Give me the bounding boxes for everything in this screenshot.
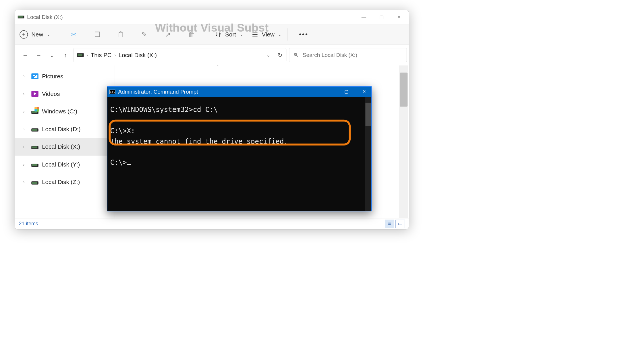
- chevron-down-icon: ⌄: [278, 32, 281, 37]
- chevron-down-icon: ⌄: [239, 32, 243, 37]
- sidebar: ›Pictures›Videos›Windows (C:)›Local Disk…: [15, 65, 115, 218]
- cmd-title: Administrator: Command Prompt: [118, 89, 198, 95]
- recent-button[interactable]: ⌄: [47, 52, 57, 59]
- drive-icon: [31, 128, 38, 131]
- delete-icon[interactable]: 🗑︎: [185, 31, 197, 38]
- sidebar-item-videos[interactable]: ›Videos: [15, 85, 115, 102]
- sidebar-item-label: Local Disk (Z:): [42, 179, 80, 185]
- cursor: [127, 164, 131, 165]
- explorer-toolbar: + New ⌄ ✂ ❐ 📋︎ ✎ ↗ 🗑︎ Sort ⌄ View ⌄ •••: [15, 24, 409, 45]
- sidebar-item-label: Local Disk (D:): [42, 126, 80, 132]
- sidebar-item-local-disk-y-[interactable]: ›Local Disk (Y:): [15, 156, 115, 173]
- chevron-right-icon: ›: [23, 162, 28, 167]
- nav-row: ← → ⌄ ↑ › This PC › Local Disk (X:) ⌄ ↻ …: [15, 45, 409, 65]
- divider: [56, 28, 56, 40]
- chevron-right-icon: ›: [23, 180, 28, 185]
- refresh-button[interactable]: ↻: [278, 52, 283, 59]
- new-button[interactable]: + New ⌄: [20, 30, 50, 39]
- sidebar-item-local-disk-z-[interactable]: ›Local Disk (Z:): [15, 173, 115, 191]
- videos-icon: [31, 91, 38, 97]
- drive-icon: [18, 15, 24, 19]
- details-view-button[interactable]: ≡: [385, 220, 394, 228]
- cmd-line: The system cannot find the drive specifi…: [110, 138, 288, 145]
- plus-icon: +: [20, 30, 28, 39]
- item-count: 21 items: [19, 221, 38, 227]
- sidebar-item-label: Videos: [42, 91, 60, 97]
- copy-icon[interactable]: ❐: [91, 30, 103, 38]
- sidebar-item-pictures[interactable]: ›Pictures: [15, 67, 115, 85]
- cmd-maximize-button[interactable]: ▢: [344, 89, 348, 94]
- sidebar-item-label: Local Disk (Y:): [42, 161, 80, 168]
- breadcrumb-location[interactable]: Local Disk (X:): [119, 52, 157, 58]
- chevron-right-icon: ›: [23, 144, 28, 150]
- sidebar-item-label: Windows (C:): [42, 108, 77, 115]
- maximize-button[interactable]: ▢: [378, 14, 385, 20]
- cmd-close-button[interactable]: ✕: [362, 89, 366, 94]
- cmd-icon: C:\: [109, 90, 115, 94]
- drive-icon: [31, 146, 38, 149]
- cmd-prompt: C:\>: [110, 159, 127, 166]
- cmd-scrollbar-thumb[interactable]: [365, 103, 371, 126]
- sort-label: Sort: [225, 31, 236, 38]
- chevron-right-icon: ›: [23, 74, 28, 79]
- cmd-titlebar[interactable]: C:\ Administrator: Command Prompt — ▢ ✕: [107, 87, 371, 97]
- cmd-minimize-button[interactable]: —: [327, 89, 331, 94]
- close-button[interactable]: ✕: [396, 14, 402, 20]
- sidebar-item-label: Local Disk (X:): [42, 144, 80, 150]
- up-button[interactable]: ↑: [60, 52, 71, 58]
- sort-icon: [215, 31, 222, 38]
- chevron-down-icon: ⌄: [47, 32, 50, 37]
- search-icon: 🔍︎: [293, 52, 299, 58]
- chevron-right-icon: ›: [23, 91, 28, 96]
- drive-icon: [77, 53, 84, 57]
- address-dropdown[interactable]: ⌄: [266, 52, 271, 58]
- new-label: New: [31, 31, 43, 38]
- chevron-right-icon: ›: [23, 127, 28, 132]
- sidebar-item-label: Pictures: [42, 73, 63, 80]
- cmd-output[interactable]: C:\WINDOWS\system32>cd C:\ C:\>X: The sy…: [107, 97, 371, 211]
- paste-icon[interactable]: 📋︎: [115, 31, 127, 38]
- view-icon: [252, 31, 258, 38]
- more-button[interactable]: •••: [299, 31, 308, 38]
- chevron-right-icon: ›: [23, 109, 28, 114]
- divider: [209, 28, 209, 40]
- sort-button[interactable]: Sort ⌄: [215, 31, 243, 38]
- command-prompt-window: C:\ Administrator: Command Prompt — ▢ ✕ …: [107, 86, 372, 212]
- sidebar-item-local-disk-d-[interactable]: ›Local Disk (D:): [15, 120, 115, 138]
- forward-button[interactable]: →: [33, 52, 44, 58]
- sidebar-item-windows-c-[interactable]: ›Windows (C:): [15, 103, 115, 120]
- pictures-icon: [31, 73, 38, 79]
- rename-icon[interactable]: ✎: [138, 30, 150, 38]
- drive-win-icon: [31, 111, 38, 114]
- chevron-right-icon: ›: [86, 53, 88, 58]
- chevron-up-icon: ˄: [217, 65, 219, 70]
- address-bar[interactable]: › This PC › Local Disk (X:) ⌄ ↻: [73, 48, 286, 62]
- sidebar-item-local-disk-x-[interactable]: ›Local Disk (X:): [15, 138, 115, 156]
- chevron-right-icon: ›: [114, 53, 116, 58]
- share-icon[interactable]: ↗: [162, 30, 174, 38]
- cut-icon[interactable]: ✂: [68, 30, 80, 38]
- search-box[interactable]: 🔍︎: [289, 48, 407, 62]
- minimize-button[interactable]: —: [360, 14, 367, 20]
- tiles-view-button[interactable]: ▭: [395, 220, 405, 228]
- cmd-line: C:\WINDOWS\system32>cd C:\: [110, 106, 218, 113]
- explorer-title: Local Disk (X:): [27, 14, 63, 20]
- search-input[interactable]: [303, 52, 402, 58]
- drive-icon: [31, 164, 38, 167]
- explorer-titlebar[interactable]: Local Disk (X:) — ▢ ✕: [15, 10, 409, 24]
- breadcrumb-this-pc[interactable]: This PC: [91, 52, 112, 58]
- view-label: View: [262, 31, 275, 38]
- drive-icon: [31, 181, 38, 184]
- scrollbar-thumb[interactable]: [400, 73, 407, 107]
- back-button[interactable]: ←: [20, 52, 31, 58]
- status-bar: 21 items ≡ ▭: [15, 218, 409, 229]
- divider: [287, 28, 288, 40]
- cmd-line: C:\>X:: [110, 127, 135, 135]
- view-button[interactable]: View ⌄: [252, 31, 281, 38]
